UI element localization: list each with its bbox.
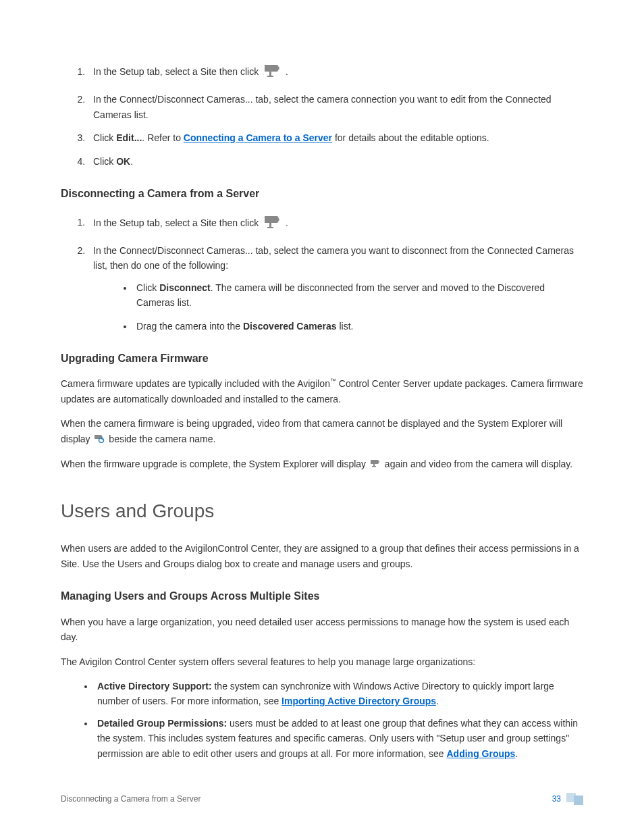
step-text: Click [93,132,116,143]
discovered-cameras-label: Discovered Cameras [243,321,337,332]
users-groups-heading: Users and Groups [61,496,583,527]
feature-text: . [436,696,439,706]
step-suffix: . [286,217,288,228]
users-intro: When users are added to the AvigilonCont… [61,541,583,571]
step-text: In the Setup tab, select a Site then cli… [93,66,261,77]
step-2: In the Connect/Disconnect Cameras... tab… [88,92,583,122]
disconnect-options: Click Disconnect. The camera will be dis… [134,280,583,334]
ok-label: OK [116,156,130,167]
p-text: Camera firmware updates are typically in… [61,378,330,389]
option-text: Click [136,282,159,293]
camera-updating-icon [94,432,105,447]
feature-2: Detailed Group Permissions: users must b… [95,716,583,761]
option-text: Drag the camera into the [136,321,243,332]
svg-rect-3 [267,227,273,228]
step-text: In the Connect/Disconnect Cameras... tab… [93,245,574,271]
camera-icon [263,212,281,235]
step-text: Click [93,156,116,167]
footer-title: Disconnecting a Camera from a Server [61,793,200,806]
step-4: Click OK. [88,154,583,169]
step-3: Click Edit.... Refer to Connecting a Cam… [88,130,583,145]
group-permissions-label: Detailed Group Permissions: [97,718,227,729]
managing-heading: Managing Users and Groups Across Multipl… [61,588,583,605]
svg-rect-1 [267,76,273,77]
disconnect-steps: In the Setup tab, select a Site then cli… [88,212,583,334]
feature-text: . [515,748,518,759]
firmware-p2: When the camera firmware is being upgrad… [61,416,583,447]
disconnect-label: Disconnect [159,282,210,293]
footer-decoration-icon [566,793,583,805]
managing-p2: The Avigilon Control Center system offer… [61,654,583,669]
svg-rect-5 [373,464,375,466]
p-text: When the firmware upgrade is complete, t… [61,459,369,469]
step-suffix: . [286,66,288,77]
svg-rect-0 [269,72,271,76]
page-number: 33 [552,793,561,806]
disconnect-heading: Disconnecting a Camera from a Server [61,185,583,203]
page-footer: Disconnecting a Camera from a Server 33 [61,793,583,806]
edit-label: Edit... [116,132,142,143]
option-2: Drag the camera into the Discovered Came… [134,319,583,334]
trademark-symbol: ™ [330,378,336,385]
step-text: . Refer to [142,132,183,143]
option-text: list. [337,321,354,332]
step-1: In the Setup tab, select a Site then cli… [88,61,583,84]
step-text: for details about the editable options. [332,132,489,143]
svg-rect-6 [372,466,376,467]
feature-1: Active Directory Support: the system can… [95,679,583,709]
firmware-heading: Upgrading Camera Firmware [61,350,583,367]
p-text: beside the camera name. [109,434,215,444]
active-directory-label: Active Directory Support: [97,681,212,692]
firmware-p1: Camera firmware updates are typically in… [61,376,583,407]
connecting-camera-link[interactable]: Connecting a Camera to a Server [184,132,332,143]
p-text: again and video from the camera will dis… [385,459,572,469]
step-text: In the Setup tab, select a Site then cli… [93,217,261,228]
importing-ad-link[interactable]: Importing Active Directory Groups [281,696,436,706]
step-text: . [130,156,133,167]
disconnect-step-2: In the Connect/Disconnect Cameras... tab… [88,243,583,334]
managing-p1: When you have a large organization, you … [61,615,583,645]
firmware-p3: When the firmware upgrade is complete, t… [61,457,583,472]
edit-connection-steps: In the Setup tab, select a Site then cli… [88,61,583,169]
features-list: Active Directory Support: the system can… [95,679,583,761]
disconnect-step-1: In the Setup tab, select a Site then cli… [88,212,583,235]
adding-groups-link[interactable]: Adding Groups [446,748,515,759]
footer-page-area: 33 [552,793,583,806]
camera-small-icon [370,457,381,472]
step-text: In the Connect/Disconnect Cameras... tab… [93,94,552,120]
camera-icon [263,61,281,84]
svg-rect-2 [269,223,271,227]
option-1: Click Disconnect. The camera will be dis… [134,280,583,311]
